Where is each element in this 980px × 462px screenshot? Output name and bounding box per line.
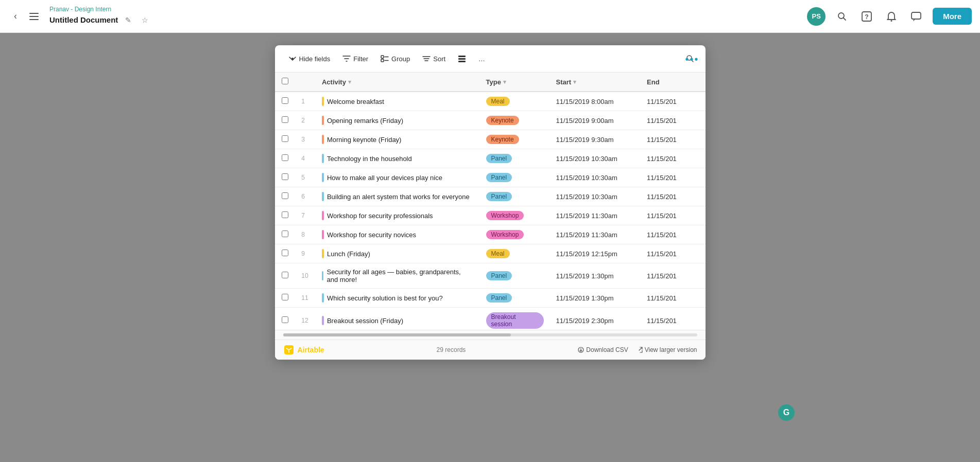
start-header[interactable]: Start ▾ [550, 73, 641, 92]
table-row[interactable]: 2 Opening remarks (Friday) Keynote 11/15… [275, 111, 706, 130]
more-button[interactable]: More [933, 8, 972, 25]
card-footer: Airtable 29 records Download CSV View la… [275, 340, 706, 360]
help-icon[interactable]: ? [858, 8, 875, 25]
row-checkbox-cell[interactable] [275, 187, 296, 206]
notification-icon[interactable] [883, 8, 900, 25]
row-checkbox-cell[interactable] [275, 149, 296, 168]
type-badge: Meal [486, 249, 510, 258]
activity-name: Welcome breakfast [327, 98, 384, 105]
type-badge: Panel [486, 271, 512, 280]
row-checkbox[interactable] [282, 316, 288, 323]
table-row[interactable]: 4 Technology in the household Panel 11/1… [275, 149, 706, 168]
row-color-bar [322, 154, 324, 163]
table-row[interactable]: 3 Morning keynote (Friday) Keynote 11/15… [275, 130, 706, 149]
end-cell: 11/15/201 [641, 168, 705, 187]
activity-name: Workshop for security novices [327, 231, 416, 239]
select-all-checkbox[interactable] [282, 78, 288, 84]
start-sort-icon: ▾ [573, 79, 576, 85]
row-number: 4 [295, 149, 316, 168]
scroll-bar-thumb[interactable] [283, 333, 511, 336]
row-number: 11 [295, 289, 316, 308]
start-cell: 11/15/2019 11:30am [550, 206, 641, 225]
row-color-bar [322, 192, 324, 201]
start-cell: 11/15/2019 11:30am [550, 225, 641, 244]
end-cell: 11/15/201 [641, 187, 705, 206]
scroll-bar-track[interactable] [283, 333, 697, 336]
search-icon[interactable] [834, 8, 850, 25]
row-checkbox[interactable] [282, 173, 288, 180]
footer-right: Download CSV View larger version [578, 346, 697, 353]
data-table: Activity ▾ Type ▾ Start ▾ [275, 73, 706, 330]
row-checkbox-cell[interactable] [275, 206, 296, 225]
chat-icon[interactable] [908, 8, 924, 25]
end-cell: 11/15/201 [641, 92, 705, 111]
grammarly-icon[interactable]: G [778, 404, 795, 421]
table-body: 1 Welcome breakfast Meal 11/15/2019 8:00… [275, 92, 706, 330]
type-badge: Workshop [486, 230, 524, 239]
row-checkbox[interactable] [282, 230, 288, 237]
select-all-header[interactable] [275, 73, 296, 92]
end-header[interactable]: End [641, 73, 705, 92]
table-row[interactable]: 7 Workshop for security professionals Wo… [275, 206, 706, 225]
three-dots-menu[interactable]: ••• [681, 51, 703, 67]
row-checkbox[interactable] [282, 294, 288, 300]
row-checkbox-cell[interactable] [275, 225, 296, 244]
table-row[interactable]: 11 Which security solution is best for y… [275, 289, 706, 308]
activity-header[interactable]: Activity ▾ [316, 73, 480, 92]
row-number: 9 [295, 244, 316, 263]
table-row[interactable]: 1 Welcome breakfast Meal 11/15/2019 8:00… [275, 92, 706, 111]
type-cell: Panel [480, 168, 550, 187]
type-badge: Keynote [486, 116, 519, 125]
end-cell: 11/15/201 [641, 130, 705, 149]
start-cell: 11/15/2019 12:15pm [550, 244, 641, 263]
table-container[interactable]: Activity ▾ Type ▾ Start ▾ [275, 73, 706, 330]
row-checkbox-cell[interactable] [275, 130, 296, 149]
row-checkbox[interactable] [282, 272, 288, 278]
row-checkbox-cell[interactable] [275, 168, 296, 187]
row-number: 5 [295, 168, 316, 187]
activity-cell: Technology in the household [316, 149, 480, 168]
table-row[interactable]: 8 Workshop for security novices Workshop… [275, 225, 706, 244]
download-csv-link[interactable]: Download CSV [578, 346, 628, 353]
row-checkbox[interactable] [282, 154, 288, 161]
row-checkbox-cell[interactable] [275, 244, 296, 263]
avatar: PS [807, 7, 826, 26]
row-checkbox-cell[interactable] [275, 111, 296, 130]
back-button[interactable]: ‹ [8, 9, 23, 24]
table-row[interactable]: 9 Lunch (Friday) Meal 11/15/2019 12:15pm… [275, 244, 706, 263]
row-checkbox[interactable] [282, 250, 288, 256]
type-header[interactable]: Type ▾ [480, 73, 550, 92]
svg-rect-1 [29, 16, 39, 17]
row-checkbox[interactable] [282, 211, 288, 218]
type-badge: Panel [486, 173, 512, 182]
svg-text:?: ? [865, 13, 868, 21]
row-checkbox-cell[interactable] [275, 289, 296, 308]
row-color-bar [322, 116, 324, 125]
table-row[interactable]: 6 Building an alert system that works fo… [275, 187, 706, 206]
row-checkbox-cell[interactable] [275, 92, 296, 111]
view-larger-link[interactable]: View larger version [637, 346, 697, 353]
row-checkbox[interactable] [282, 192, 288, 199]
row-checkbox-cell[interactable] [275, 308, 296, 330]
start-cell: 11/15/2019 1:30pm [550, 289, 641, 308]
activity-cell: Workshop for security professionals [316, 206, 480, 225]
row-checkbox[interactable] [282, 116, 288, 123]
sidebar-toggle-button[interactable] [27, 9, 41, 24]
row-checkbox-cell[interactable] [275, 263, 296, 289]
table-row[interactable]: 10 Security for all ages — babies, grand… [275, 263, 706, 289]
type-cell: Panel [480, 289, 550, 308]
type-cell: Workshop [480, 206, 550, 225]
document-title: Untitled Document [49, 15, 118, 24]
edit-title-icon[interactable]: ✎ [121, 13, 135, 27]
activity-name: Security for all ages — babies, grandpar… [326, 268, 473, 283]
row-checkbox[interactable] [282, 97, 288, 104]
row-color-bar [322, 271, 324, 280]
activity-cell: Breakout session (Friday) [316, 308, 480, 330]
svg-rect-2 [29, 19, 39, 20]
scroll-bar-area [275, 330, 706, 340]
row-checkbox[interactable] [282, 135, 288, 142]
table-row[interactable]: 12 Breakout session (Friday) Breakout se… [275, 308, 706, 330]
table-row[interactable]: 5 How to make all your devices play nice… [275, 168, 706, 187]
start-cell: 11/15/2019 10:30am [550, 187, 641, 206]
favorite-icon[interactable]: ☆ [137, 13, 152, 27]
